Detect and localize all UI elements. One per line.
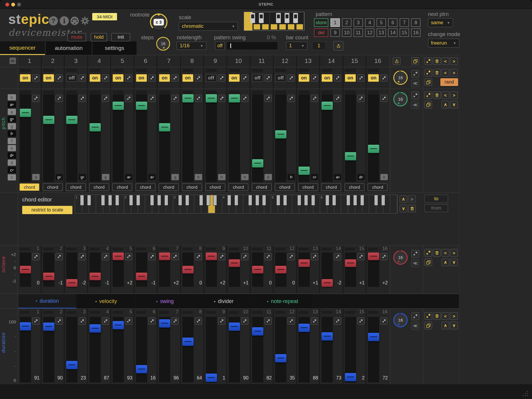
scale-note-gs[interactable]: g# xyxy=(8,116,16,122)
step-column-header-1[interactable]: 1 xyxy=(18,55,41,67)
mini-key-black[interactable] xyxy=(285,13,289,23)
pitch-slider-handle[interactable] xyxy=(90,123,101,131)
chord-key-black[interactable] xyxy=(150,195,154,206)
scale-note-fs[interactable]: f# xyxy=(8,131,16,137)
chord-button-9[interactable]: chord xyxy=(205,183,225,191)
chord-button-14[interactable]: chord xyxy=(321,183,341,191)
randomize-dice-button[interactable] xyxy=(357,95,364,102)
randomize-dice-button[interactable] xyxy=(148,317,155,325)
octave-slider-handle[interactable] xyxy=(43,273,54,280)
row-length-knob[interactable]: 16 xyxy=(392,91,408,108)
step-column-header-4[interactable]: 4 xyxy=(88,55,111,67)
pitch-slider-4[interactable] xyxy=(90,94,101,182)
randomize-dice-button[interactable] xyxy=(241,74,248,82)
randomize-dice-button[interactable] xyxy=(424,91,432,99)
rewind-button[interactable]: ≪ xyxy=(411,259,419,267)
randomize-dice-button[interactable] xyxy=(32,74,39,82)
pitch-slider-handle[interactable] xyxy=(206,94,217,102)
tab-automation[interactable]: automation xyxy=(46,41,92,55)
duration-slider-handle[interactable] xyxy=(252,327,263,336)
randomize-dice-button[interactable] xyxy=(218,95,225,102)
gate-toggle-1[interactable]: on xyxy=(20,74,31,82)
chord-key-black[interactable] xyxy=(332,195,336,206)
gear-icon[interactable] xyxy=(80,16,90,25)
resize-grip[interactable] xyxy=(522,390,528,396)
chord-button-1[interactable]: chord xyxy=(20,183,39,191)
randomize-dice-button[interactable] xyxy=(311,95,318,102)
shift-right-button[interactable]: > xyxy=(450,69,458,76)
octave-slider-12[interactable] xyxy=(275,253,286,287)
duration-slider-handle[interactable] xyxy=(299,324,310,332)
scale-preview-keyboard[interactable] xyxy=(244,12,304,31)
chord-key-black[interactable] xyxy=(199,195,203,206)
randomize-dice-button[interactable] xyxy=(195,317,202,325)
duration-slider-9[interactable] xyxy=(206,317,217,382)
randomize-dice-button[interactable] xyxy=(241,317,248,325)
pattern-slot-7[interactable]: 7 xyxy=(400,18,409,27)
randomize-dice-button[interactable] xyxy=(288,74,295,82)
octave-slider-2[interactable] xyxy=(43,253,54,287)
restrict-to-scale-button[interactable]: restrict to scale xyxy=(22,206,72,214)
randomize-dice-button[interactable] xyxy=(218,253,225,260)
pitch-slider-handle[interactable] xyxy=(113,102,124,110)
mini-key-black[interactable] xyxy=(250,13,255,23)
octave-down-button[interactable]: ∨ xyxy=(400,205,407,212)
chord-key-black[interactable] xyxy=(108,195,112,206)
gate-toggle-8[interactable]: on xyxy=(182,74,193,82)
randomize-dice-button[interactable] xyxy=(56,317,63,325)
shift-up-button[interactable]: ∧ xyxy=(442,258,449,266)
duration-slider-13[interactable] xyxy=(299,317,310,382)
step-column-header-9[interactable]: 9 xyxy=(204,55,227,67)
octave-slider-6[interactable] xyxy=(136,253,147,287)
copy-from-button[interactable]: from xyxy=(424,204,448,212)
duration-slider-handle[interactable] xyxy=(66,361,77,369)
pitch-slider-handle[interactable] xyxy=(229,94,240,102)
randomize-dice-button[interactable] xyxy=(265,317,272,325)
randomize-dice-button[interactable] xyxy=(171,74,179,82)
slider-handle[interactable] xyxy=(230,43,231,48)
mini-key-black[interactable] xyxy=(259,13,264,23)
chord-key-black[interactable] xyxy=(136,195,140,206)
info-icon[interactable]: i xyxy=(60,16,69,25)
pattern-swing-off-button[interactable]: off xyxy=(215,42,225,50)
randomize-dice-button[interactable] xyxy=(311,253,318,260)
step-column-header-14[interactable]: 14 xyxy=(320,55,343,67)
octave-slider-handle[interactable] xyxy=(345,259,356,267)
octave-slider-handle[interactable] xyxy=(182,266,194,273)
step-column-header-8[interactable]: 8 xyxy=(181,55,203,67)
duration-slider-handle[interactable] xyxy=(159,319,170,328)
rootnote-knob[interactable]: c 3 xyxy=(149,12,168,33)
step-column-header-13[interactable]: 13 xyxy=(297,55,319,67)
chord-key-black[interactable] xyxy=(374,195,378,206)
randomize-dice-button[interactable] xyxy=(357,317,364,325)
octave-slider-handle[interactable] xyxy=(299,259,310,267)
gate-toggle-14[interactable]: on xyxy=(322,74,332,82)
randomize-dice-button[interactable] xyxy=(148,95,155,102)
param-tab-duration[interactable]: ●duration xyxy=(18,294,76,309)
scale-note-d[interactable]: d xyxy=(8,159,16,166)
gate-toggle-10[interactable]: on xyxy=(229,74,240,82)
pitch-slider-handle[interactable] xyxy=(322,102,333,110)
gate-toggle-16[interactable]: on xyxy=(368,74,379,82)
pitch-slider-8[interactable] xyxy=(182,94,194,182)
randomize-dice-button[interactable] xyxy=(79,95,86,102)
change-mode-select[interactable]: freerun▼ xyxy=(428,39,459,48)
randomize-dice-button[interactable] xyxy=(424,57,432,65)
randomize-dice-button[interactable] xyxy=(32,95,39,102)
pitch-slider-10[interactable] xyxy=(229,94,240,182)
chord-key-black[interactable] xyxy=(360,195,364,206)
octave-slider-handle[interactable] xyxy=(159,253,170,260)
scale-note-as[interactable]: a# xyxy=(8,102,16,108)
chord-editor-keyboard[interactable]: 123456 xyxy=(75,195,398,214)
randomize-dice-button[interactable] xyxy=(380,253,387,260)
octave-slider-3[interactable] xyxy=(66,253,77,287)
octave-slider-14[interactable] xyxy=(322,253,333,287)
chord-key-black[interactable] xyxy=(262,195,266,206)
randomize-dice-button[interactable] xyxy=(265,74,272,82)
chord-button-12[interactable]: chord xyxy=(275,183,295,191)
randomize-dice-button[interactable] xyxy=(218,317,225,325)
chord-button-15[interactable]: chord xyxy=(345,183,364,191)
randomize-dice-button[interactable] xyxy=(357,253,364,260)
scale-note-ds[interactable]: d# xyxy=(8,152,16,159)
pitch-slider-2[interactable] xyxy=(43,94,54,182)
